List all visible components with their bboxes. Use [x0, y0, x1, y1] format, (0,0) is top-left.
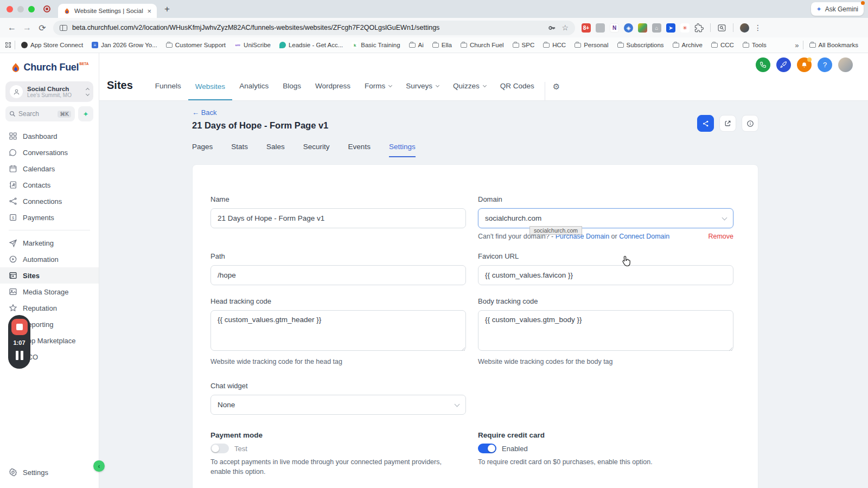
forward-button[interactable]: → — [20, 23, 35, 33]
bookmark-item[interactable]: SPC — [513, 42, 535, 48]
info-button[interactable] — [742, 115, 758, 132]
favicon-input[interactable] — [478, 265, 733, 285]
bookmark-item[interactable]: ≡Jan 2026 Grow Yo... — [92, 42, 157, 48]
colorpicker-extension-icon[interactable] — [638, 23, 647, 33]
extensions-puzzle-icon[interactable] — [694, 23, 704, 33]
domain-select[interactable]: socialchurch.com — [478, 208, 733, 228]
bookmark-item[interactable]: Ella — [432, 42, 452, 48]
tab-sales[interactable]: Sales — [266, 138, 285, 157]
share-button[interactable] — [697, 115, 714, 132]
search-input[interactable]: Search ⌘K — [5, 106, 75, 121]
tab-qr-codes[interactable]: QR Codes — [493, 82, 541, 100]
tab-analytics[interactable]: Analytics — [232, 82, 276, 100]
help-button[interactable]: ? — [818, 57, 832, 72]
phone-button[interactable] — [756, 57, 770, 72]
tab-events[interactable]: Events — [348, 138, 371, 157]
back-link[interactable]: ← Back — [192, 108, 758, 117]
bookmark-item[interactable]: kBasic Training — [352, 42, 400, 48]
browser-tab[interactable]: Website Settings | Social Chu × — [58, 4, 157, 18]
burst-extension-icon[interactable]: ✳ — [680, 23, 690, 33]
url-text[interactable]: beta.churchfuel.com/v2/location/WHusKfmj… — [72, 24, 548, 31]
sidebar-item-calendars[interactable]: Calendars — [0, 160, 99, 177]
browser-profile-avatar[interactable] — [740, 23, 749, 33]
ai-assistant-button[interactable]: ✦ — [78, 106, 93, 121]
connect-domain-link[interactable]: Connect Domain — [619, 233, 669, 240]
tab-wordpress[interactable]: Wordpress — [308, 82, 358, 100]
bookmark-item[interactable]: uniUniScribe — [234, 42, 271, 48]
sidebar-item-dashboard[interactable]: Dashboard — [0, 128, 99, 144]
tab-surveys[interactable]: Surveys — [399, 82, 446, 100]
bookmark-item[interactable]: Customer Support — [166, 42, 226, 48]
body-code-textarea[interactable]: {{ custom_values.gtm_body }} — [478, 310, 733, 351]
launch-button[interactable] — [776, 57, 791, 72]
payment-mode-toggle[interactable] — [210, 444, 229, 453]
tag-extension-icon[interactable]: ◈ — [624, 23, 633, 33]
tab-forms[interactable]: Forms — [358, 82, 399, 100]
tab-websites[interactable]: Websites — [188, 82, 232, 101]
notion-extension-icon[interactable]: N — [610, 23, 619, 33]
bookmarks-overflow-icon[interactable]: » — [795, 41, 799, 49]
bookmark-item[interactable]: HCC — [543, 42, 566, 48]
bookmark-item[interactable]: Archive — [673, 42, 703, 48]
bookmark-item[interactable]: Church Fuel — [461, 42, 504, 48]
sites-settings-gear-icon[interactable]: ⚙ — [545, 82, 567, 100]
bookmark-item[interactable]: Tools — [743, 42, 767, 48]
sidebar-item-marketing[interactable]: Marketing — [0, 235, 99, 251]
require-cc-toggle[interactable] — [478, 444, 496, 453]
sidebar-item-connections[interactable]: Connections — [0, 193, 99, 209]
all-bookmarks-button[interactable]: All Bookmarks — [809, 42, 859, 48]
account-switcher[interactable]: Social Church Lee's Summit, MO — [5, 81, 93, 102]
sidebar-item-reputation[interactable]: Reputation — [0, 300, 99, 316]
window-controls[interactable] — [7, 6, 35, 12]
sidebar-item-sites[interactable]: Sites — [0, 267, 99, 284]
sidebar-item-payments[interactable]: $ Payments — [0, 209, 99, 226]
tab-stats[interactable]: Stats — [231, 138, 248, 157]
tab-blogs[interactable]: Blogs — [276, 82, 308, 100]
user-avatar[interactable] — [838, 57, 853, 72]
sidebar-collapse-button[interactable]: ‹ — [93, 460, 105, 472]
stop-recording-button[interactable] — [11, 319, 28, 335]
bookmark-item[interactable]: Leadsie - Get Acc... — [279, 42, 343, 48]
ask-gemini-button[interactable]: ✦ Ask Gemini — [811, 2, 864, 16]
brand-logo[interactable]: Church Fuel BETA — [0, 53, 99, 79]
password-key-icon[interactable] — [548, 24, 556, 32]
lock-extension-icon[interactable]: ⌂ — [652, 23, 661, 33]
chrome-menu-icon[interactable]: ⋮ — [754, 23, 762, 32]
tab-search-icon[interactable] — [717, 23, 726, 33]
path-input[interactable] — [210, 265, 466, 285]
apps-grid-icon[interactable] — [5, 42, 11, 48]
notifications-button[interactable] — [797, 57, 812, 72]
bookmark-item[interactable]: App Store Connect — [21, 42, 83, 48]
extension-icon[interactable]: 8+ — [582, 23, 591, 33]
chat-widget-select[interactable]: None — [210, 395, 466, 415]
back-button[interactable]: ← — [4, 23, 20, 33]
site-info-icon[interactable] — [60, 25, 67, 31]
tab-security[interactable]: Security — [303, 138, 330, 157]
url-bar[interactable]: beta.churchfuel.com/v2/location/WHusKfmj… — [53, 21, 575, 35]
sidebar-item-settings[interactable]: Settings — [0, 464, 99, 480]
tab-close-icon[interactable]: × — [147, 7, 151, 15]
tab-settings[interactable]: Settings — [389, 138, 416, 157]
bookmark-star-icon[interactable]: ☆ — [561, 23, 569, 32]
sidebar-item-media-storage[interactable]: Media Storage — [0, 284, 99, 300]
pause-recording-button[interactable] — [16, 351, 23, 360]
close-window-button[interactable] — [7, 6, 13, 12]
name-input[interactable] — [210, 208, 466, 228]
sidebar-item-automation[interactable]: Automation — [0, 251, 99, 267]
bookmark-item[interactable]: Ai — [409, 42, 424, 48]
tab-funnels[interactable]: Funnels — [148, 82, 188, 100]
maximize-window-button[interactable] — [28, 6, 35, 12]
bookmark-item[interactable]: CCC — [711, 42, 734, 48]
tab-quizzes[interactable]: Quizzes — [446, 82, 493, 100]
bookmark-item[interactable]: Subscriptions — [617, 42, 664, 48]
remove-domain-button[interactable]: Remove — [708, 233, 733, 240]
minimize-window-button[interactable] — [17, 6, 24, 12]
new-tab-button[interactable]: + — [164, 4, 170, 15]
head-code-textarea[interactable]: {{ custom_values.gtm_header }} — [210, 310, 466, 351]
arrow-extension-icon[interactable]: ➤ — [666, 23, 675, 33]
reload-button[interactable]: ⟳ — [35, 23, 50, 33]
extension-icon[interactable] — [596, 23, 605, 33]
open-external-button[interactable] — [719, 115, 736, 132]
sidebar-item-conversations[interactable]: Conversations — [0, 144, 99, 160]
bookmark-item[interactable]: Personal — [575, 42, 608, 48]
